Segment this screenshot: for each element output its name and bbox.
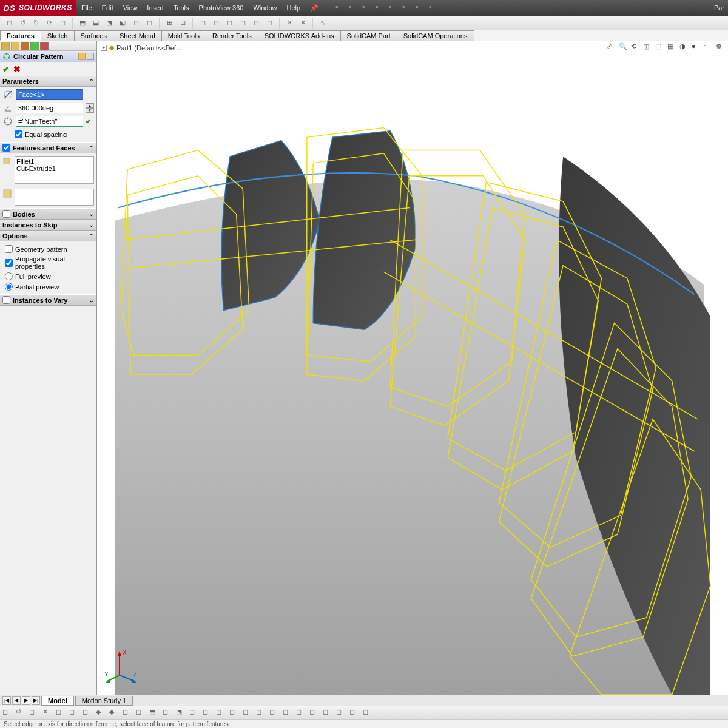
tab-solidcam-ops[interactable]: SolidCAM Operations: [397, 30, 474, 41]
menu-edit[interactable]: Edit: [97, 0, 118, 16]
flyout-tree-root[interactable]: + ◆ Part1 (Default<<Def...: [101, 44, 181, 52]
tool-icon[interactable]: ◻: [144, 18, 155, 29]
tab-nav-prev[interactable]: ◀: [12, 696, 21, 705]
tool-icon[interactable]: ↻: [30, 18, 41, 29]
pin-icon[interactable]: [87, 53, 94, 60]
menu-view[interactable]: View: [118, 0, 143, 16]
tab-sheetmetal[interactable]: Sheet Metal: [113, 30, 162, 41]
fm-tab-icon[interactable]: [40, 42, 49, 50]
btool-icon[interactable]: ◆: [96, 708, 106, 718]
appearance-icon[interactable]: ●: [692, 42, 701, 52]
btool-icon[interactable]: ◻: [56, 708, 66, 718]
menu-help[interactable]: Help: [282, 0, 306, 16]
tool-icon[interactable]: ◻: [264, 18, 275, 29]
btool-icon[interactable]: ◻: [269, 708, 279, 718]
zoom-area-icon[interactable]: 🔍: [619, 42, 629, 52]
tool-icon[interactable]: ⬓: [90, 18, 101, 29]
btool-icon[interactable]: ◻: [323, 708, 332, 718]
tool-icon[interactable]: ✕: [297, 18, 308, 29]
tab-surfaces[interactable]: Surfaces: [74, 30, 113, 41]
zoom-fit-icon[interactable]: ⤢: [607, 42, 616, 52]
angle-spinner[interactable]: ▲▼: [86, 103, 94, 113]
hide-show-icon[interactable]: ◑: [679, 42, 689, 52]
features-section-checkbox[interactable]: [2, 144, 10, 152]
btool-icon[interactable]: ◆: [109, 708, 119, 718]
collapse-icon[interactable]: ⌃: [89, 78, 94, 84]
btool-icon[interactable]: ◻: [2, 708, 12, 718]
list-item[interactable]: Fillet1: [16, 158, 92, 165]
menu-tools[interactable]: Tools: [169, 0, 194, 16]
btool-icon[interactable]: ◻: [229, 708, 239, 718]
tab-nav-first[interactable]: |◀: [2, 696, 11, 705]
geometry-pattern-checkbox[interactable]: [5, 245, 13, 253]
section-parameters-header[interactable]: Parameters⌃: [0, 76, 96, 87]
redo-icon[interactable]: ▫: [402, 3, 412, 13]
tool-icon[interactable]: ◻: [197, 18, 208, 29]
display-style-icon[interactable]: ▦: [667, 42, 677, 52]
help-icon[interactable]: [78, 53, 86, 60]
propagate-checkbox[interactable]: [5, 259, 13, 267]
tab-model[interactable]: Model: [41, 696, 74, 706]
tab-addins[interactable]: SOLIDWORKS Add-Ins: [258, 30, 341, 41]
tool-icon[interactable]: ⊞: [164, 18, 175, 29]
section-options-header[interactable]: Options⌃: [0, 231, 96, 241]
prev-view-icon[interactable]: ⟲: [631, 42, 641, 52]
fm-tab-icon[interactable]: [11, 42, 19, 50]
model-view[interactable]: [97, 41, 728, 695]
rebuild-icon[interactable]: ▫: [416, 3, 425, 13]
graphics-viewport[interactable]: + ◆ Part1 (Default<<Def... ⤢ 🔍 ⟲ ◫ ⬚ ▦ ◑…: [97, 41, 728, 695]
full-preview-radio[interactable]: [5, 272, 13, 280]
tab-nav-last[interactable]: ▶|: [32, 696, 40, 705]
btool-icon[interactable]: ◻: [69, 708, 79, 718]
partial-preview-radio[interactable]: [5, 283, 13, 291]
tool-icon[interactable]: ◻: [251, 18, 261, 29]
menu-file[interactable]: File: [76, 0, 97, 16]
section-bodies-header[interactable]: Bodies⌄: [0, 208, 96, 220]
btool-icon[interactable]: ◻: [29, 708, 39, 718]
tool-icon[interactable]: ↺: [17, 18, 28, 29]
btool-icon[interactable]: ◻: [163, 708, 172, 718]
btool-icon[interactable]: ◻: [283, 708, 292, 718]
tool-icon[interactable]: ◻: [224, 18, 235, 29]
print-icon[interactable]: ▫: [376, 3, 385, 13]
save-icon[interactable]: ▫: [362, 3, 372, 13]
tool-icon[interactable]: ◻: [4, 18, 15, 29]
tab-moldtools[interactable]: Mold Tools: [161, 30, 206, 41]
section-features-header[interactable]: Features and Faces⌃: [0, 142, 96, 153]
bodies-section-checkbox[interactable]: [2, 210, 10, 218]
instances-input[interactable]: [16, 116, 83, 127]
btool-icon[interactable]: ◻: [336, 708, 346, 718]
tab-sketch[interactable]: Sketch: [41, 30, 75, 41]
equal-spacing-checkbox[interactable]: [15, 130, 22, 138]
tool-icon[interactable]: ⟳: [44, 18, 55, 29]
scene-icon[interactable]: ▫: [704, 42, 713, 52]
tool-icon[interactable]: ∿: [317, 18, 328, 29]
btool-icon[interactable]: ◻: [363, 708, 372, 718]
new-icon[interactable]: ▫: [335, 3, 345, 13]
axis-selection-box[interactable]: Face<1>: [16, 89, 83, 100]
fm-tab-icon[interactable]: [21, 42, 29, 50]
btool-icon[interactable]: ◻: [243, 708, 252, 718]
btool-icon[interactable]: ◻: [216, 708, 226, 718]
fm-tab-icon[interactable]: [30, 42, 39, 50]
angle-input[interactable]: [16, 103, 83, 113]
btool-icon[interactable]: ◻: [83, 708, 92, 718]
btool-icon[interactable]: ◻: [296, 708, 306, 718]
menu-insert[interactable]: Insert: [142, 0, 169, 16]
faces-list[interactable]: [15, 189, 94, 206]
btool-icon[interactable]: ⬔: [176, 708, 186, 718]
cancel-button[interactable]: ✖: [13, 64, 21, 74]
section-vary-header[interactable]: Instances to Vary⌄: [0, 294, 96, 306]
btool-icon[interactable]: ◻: [256, 708, 266, 718]
tab-solidcam-part[interactable]: SolidCAM Part: [340, 30, 397, 41]
list-item[interactable]: Cut-Extrude1: [16, 165, 92, 172]
tool-icon[interactable]: ◻: [130, 18, 141, 29]
view-settings-icon[interactable]: ⚙: [716, 42, 726, 52]
menu-window[interactable]: Window: [248, 0, 281, 16]
undo-icon[interactable]: ▫: [389, 3, 399, 13]
tool-icon[interactable]: ⬒: [77, 18, 88, 29]
expand-icon[interactable]: +: [101, 45, 107, 51]
btool-icon[interactable]: ↺: [16, 708, 25, 718]
tool-icon[interactable]: ⊡: [177, 18, 188, 29]
tab-features[interactable]: Features: [0, 30, 41, 41]
